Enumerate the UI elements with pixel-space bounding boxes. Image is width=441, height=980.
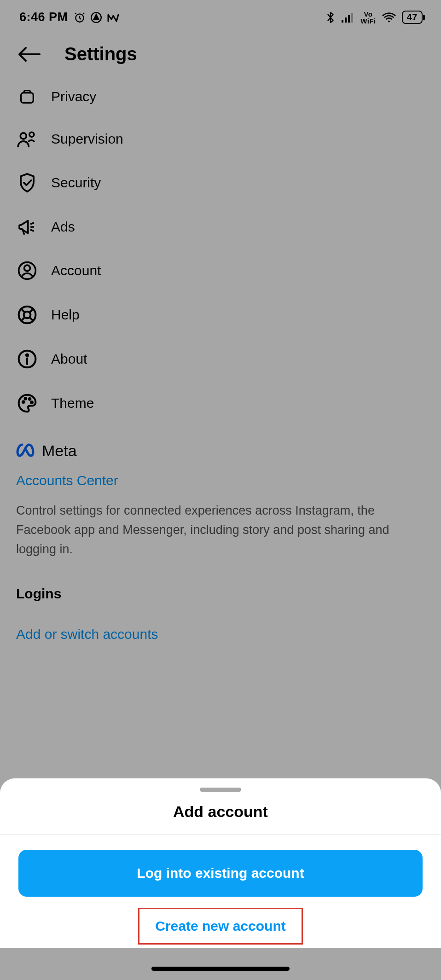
add-account-sheet: Add account Log into existing account Cr… (0, 778, 441, 948)
sheet-title: Add account (0, 803, 441, 835)
create-new-account-button[interactable]: Create new account (138, 908, 302, 945)
sheet-drag-handle[interactable] (200, 788, 241, 792)
home-indicator[interactable] (151, 967, 290, 971)
log-into-existing-button[interactable]: Log into existing account (18, 850, 423, 897)
